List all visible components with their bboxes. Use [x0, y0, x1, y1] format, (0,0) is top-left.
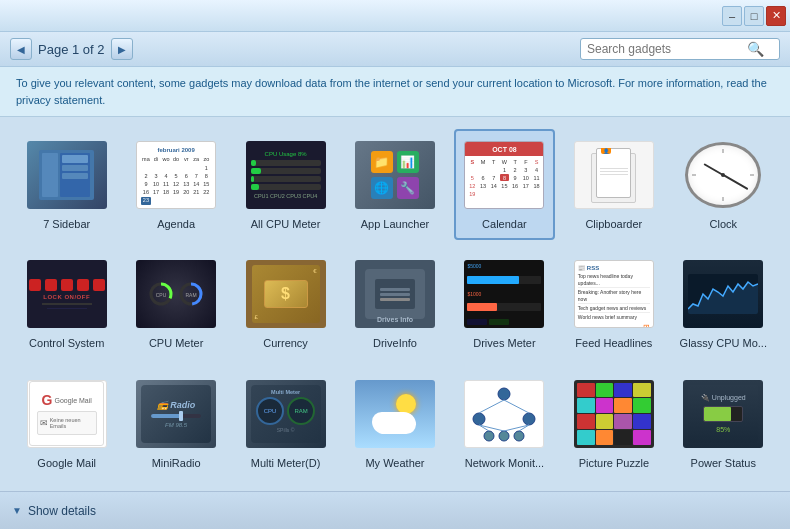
- gadget-calendar-label: Calendar: [482, 217, 527, 231]
- gadget-miniradio-label: MiniRadio: [152, 456, 201, 470]
- pagination: ◀ Page 1 of 2 ▶: [10, 38, 133, 60]
- gadget-driveinfo[interactable]: Drives Info DriveInfo: [344, 248, 445, 359]
- svg-point-9: [523, 413, 535, 425]
- gadget-miniradio[interactable]: 📻 Radio FM 98.5 MiniRadio: [125, 368, 226, 479]
- gadget-powerstatus-label: Power Status: [691, 456, 756, 470]
- gadget-googlemail-thumb: G Google Mail ✉ Keine neuen Emails: [23, 376, 111, 452]
- gadget-calendar[interactable]: OCT 08 S MTW TF S 123 4 5 67 8 91011: [454, 129, 555, 240]
- gadget-clipboarder-thumb: 👤: [570, 137, 658, 213]
- gadget-currency-thumb: $ € £: [242, 256, 330, 332]
- gadget-sidebar-thumb: [23, 137, 111, 213]
- gadget-agenda-thumb: februari 2009 madiwodovrzazo 1 2345678 9…: [132, 137, 220, 213]
- search-box[interactable]: 🔍: [580, 38, 780, 60]
- page-indicator: Page 1 of 2: [38, 42, 105, 57]
- gadget-drivesmeter-label: Drives Meter: [473, 336, 535, 350]
- gadget-networkmonit-thumb: [460, 376, 548, 452]
- gadget-clock[interactable]: Clock: [673, 129, 774, 240]
- gadget-feedheadlines[interactable]: 📰 RSS Top news headline today updates...…: [563, 248, 664, 359]
- chevron-down-icon: ▼: [12, 505, 22, 516]
- gadget-clock-label: Clock: [710, 217, 738, 231]
- footer: ▼ Show details: [0, 491, 790, 529]
- next-page-button[interactable]: ▶: [111, 38, 133, 60]
- title-bar: – □ ✕: [0, 0, 790, 32]
- show-details-button[interactable]: ▼ Show details: [12, 504, 96, 518]
- gadget-picturepuzzle[interactable]: Picture Puzzle: [563, 368, 664, 479]
- search-icon[interactable]: 🔍: [747, 41, 764, 57]
- gadget-sidebar[interactable]: 7 Sidebar: [16, 129, 117, 240]
- close-button[interactable]: ✕: [766, 6, 786, 26]
- gadget-calendar-thumb: OCT 08 S MTW TF S 123 4 5 67 8 91011: [460, 137, 548, 213]
- gadget-glassycpu-label: Glassy CPU Mo...: [680, 336, 767, 350]
- gadget-sidebar-label: 7 Sidebar: [43, 217, 90, 231]
- show-details-label: Show details: [28, 504, 96, 518]
- svg-point-8: [473, 413, 485, 425]
- gadget-picturepuzzle-thumb: [570, 376, 658, 452]
- gadget-myweather[interactable]: My Weather: [344, 368, 445, 479]
- minimize-button[interactable]: –: [722, 6, 742, 26]
- info-banner: To give you relevant content, some gadge…: [0, 67, 790, 117]
- gadget-myweather-label: My Weather: [365, 456, 424, 470]
- svg-point-11: [514, 431, 524, 441]
- gadget-allcpumeter-label: All CPU Meter: [251, 217, 321, 231]
- gadget-networkmonit-label: Network Monit...: [465, 456, 544, 470]
- gadget-clipboarder[interactable]: 👤 Clipboarder: [563, 129, 664, 240]
- gadget-multimeter-thumb: Multi Meter CPU RAM SPills ©: [242, 376, 330, 452]
- gadget-networkmonit[interactable]: Network Monit...: [454, 368, 555, 479]
- gadget-multimeter[interactable]: Multi Meter CPU RAM SPills © Multi Meter…: [235, 368, 336, 479]
- gadget-myweather-thumb: [351, 376, 439, 452]
- svg-point-7: [498, 388, 510, 400]
- gadgets-grid: 7 Sidebar februari 2009 madiwodovrzazo 1…: [0, 117, 790, 491]
- gadget-controlsystem[interactable]: LOCK ON/OFF Control System: [16, 248, 117, 359]
- gadget-driveinfo-thumb: Drives Info: [351, 256, 439, 332]
- gadget-agenda-label: Agenda: [157, 217, 195, 231]
- gadget-allcpumeter-thumb: CPU Usage 8% CPU1 CPU2 CPU3 CPU4: [242, 137, 330, 213]
- gadget-glassycpu-thumb: [679, 256, 767, 332]
- info-text: To give you relevant content, some gadge…: [16, 77, 767, 106]
- gadget-powerstatus-thumb: 🔌 Unplugged 85%: [679, 376, 767, 452]
- gadget-glassycpu[interactable]: Glassy CPU Mo...: [673, 248, 774, 359]
- prev-page-button[interactable]: ◀: [10, 38, 32, 60]
- gadget-feedheadlines-label: Feed Headlines: [575, 336, 652, 350]
- svg-point-10: [484, 431, 494, 441]
- gadget-multimeter-label: Multi Meter(D): [251, 456, 321, 470]
- gadget-googlemail[interactable]: G Google Mail ✉ Keine neuen Emails Googl…: [16, 368, 117, 479]
- gadget-applauncher[interactable]: 📁 📊 🌐 🔧 App Launcher: [344, 129, 445, 240]
- gadget-cpumeter[interactable]: CPU RAM CPU Meter: [125, 248, 226, 359]
- gadget-feedheadlines-thumb: 📰 RSS Top news headline today updates...…: [570, 256, 658, 332]
- gadget-driveinfo-label: DriveInfo: [373, 336, 417, 350]
- gadget-powerstatus[interactable]: 🔌 Unplugged 85% Power Status: [673, 368, 774, 479]
- svg-text:RAM: RAM: [186, 292, 197, 298]
- gadget-drivesmeter-thumb: $5000 $1000: [460, 256, 548, 332]
- gadget-currency-label: Currency: [263, 336, 308, 350]
- gadget-applauncher-thumb: 📁 📊 🌐 🔧: [351, 137, 439, 213]
- maximize-button[interactable]: □: [744, 6, 764, 26]
- gadget-clipboarder-label: Clipboarder: [585, 217, 642, 231]
- gadget-controlsystem-thumb: LOCK ON/OFF: [23, 256, 111, 332]
- gadget-controlsystem-label: Control System: [29, 336, 104, 350]
- gadget-miniradio-thumb: 📻 Radio FM 98.5: [132, 376, 220, 452]
- gadget-cpumeter-label: CPU Meter: [149, 336, 203, 350]
- search-input[interactable]: [587, 42, 747, 56]
- gadget-agenda[interactable]: februari 2009 madiwodovrzazo 1 2345678 9…: [125, 129, 226, 240]
- gadget-currency[interactable]: $ € £ Currency: [235, 248, 336, 359]
- gadget-googlemail-label: Google Mail: [37, 456, 96, 470]
- svg-text:CPU: CPU: [156, 292, 167, 298]
- gadget-picturepuzzle-label: Picture Puzzle: [579, 456, 649, 470]
- gadget-applauncher-label: App Launcher: [361, 217, 430, 231]
- gadget-drivesmeter[interactable]: $5000 $1000 Drives Meter: [454, 248, 555, 359]
- top-bar: ◀ Page 1 of 2 ▶ 🔍: [0, 32, 790, 67]
- gadget-cpumeter-thumb: CPU RAM: [132, 256, 220, 332]
- gadget-allcpumeter[interactable]: CPU Usage 8% CPU1 CPU2 CPU3 CPU4 All CPU…: [235, 129, 336, 240]
- svg-point-12: [499, 431, 509, 441]
- gadget-clock-thumb: [679, 137, 767, 213]
